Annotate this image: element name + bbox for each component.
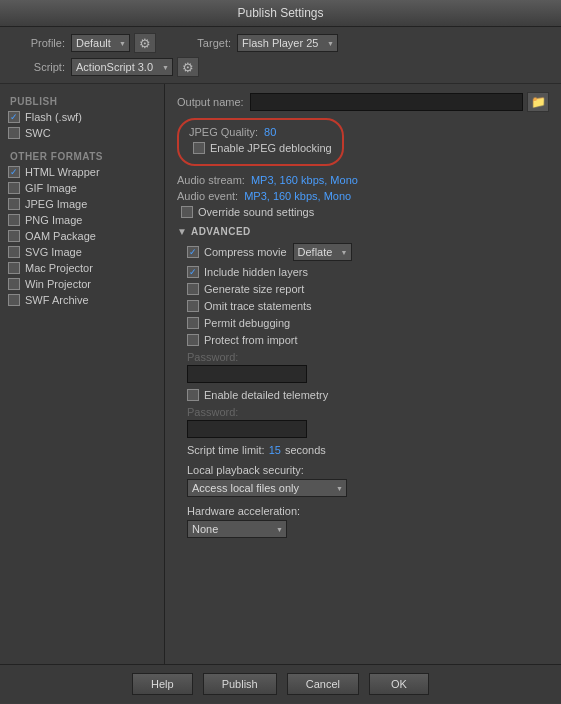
triangle-icon: ▼ [177,226,187,237]
enable-jpeg-label: Enable JPEG deblocking [210,142,332,154]
password-label-1: Password: [177,351,549,363]
jpeg-image-checkbox[interactable] [8,198,20,210]
advanced-section: ▼ ADVANCED Compress movie Deflate [177,226,549,538]
output-name-row: Output name: 📁 [177,92,549,112]
audio-stream-label: Audio stream: [177,174,245,186]
audio-event-value[interactable]: MP3, 160 kbps, Mono [244,190,351,202]
protect-import-row: Protect from import [177,334,549,346]
permit-debug-checkbox[interactable] [187,317,199,329]
profile-select[interactable]: Default [71,34,130,52]
oam-package-label: OAM Package [25,230,96,242]
win-projector-checkbox[interactable] [8,278,20,290]
gif-image-checkbox[interactable] [8,182,20,194]
sidebar-item-html-wrapper[interactable]: HTML Wrapper [0,164,164,180]
png-image-checkbox[interactable] [8,214,20,226]
override-sound-label: Override sound settings [198,206,314,218]
compress-movie-label: Compress movie [204,246,287,258]
jpeg-quality-label: JPEG Quality: [189,126,258,138]
local-playback-select-wrap[interactable]: Access local files only [187,479,347,497]
omit-trace-checkbox[interactable] [187,300,199,312]
oam-package-checkbox[interactable] [8,230,20,242]
protect-import-checkbox[interactable] [187,334,199,346]
audio-stream-row: Audio stream: MP3, 160 kbps, Mono [177,174,549,186]
script-dropdown-wrap[interactable]: ActionScript 3.0 [71,58,173,76]
permit-debug-label: Permit debugging [204,317,290,329]
sidebar-item-png-image[interactable]: PNG Image [0,212,164,228]
script-time-unit: seconds [285,444,326,456]
flash-swf-label: Flash (.swf) [25,111,82,123]
bottom-bar: Help Publish Cancel OK [0,664,561,703]
swc-checkbox[interactable] [8,127,20,139]
sidebar-item-svg-image[interactable]: SVG Image [0,244,164,260]
publish-button[interactable]: Publish [203,673,277,695]
other-formats-section-title: OTHER FORMATS [0,147,164,164]
enable-telemetry-label: Enable detailed telemetry [204,389,328,401]
hardware-label: Hardware acceleration: [187,505,549,517]
enable-telemetry-checkbox[interactable] [187,389,199,401]
win-projector-label: Win Projector [25,278,91,290]
target-label: Target: [176,37,231,49]
local-playback-select[interactable]: Access local files only [187,479,347,497]
main-panel: Output name: 📁 JPEG Quality: 80 Enable J… [165,84,561,664]
sidebar-item-win-projector[interactable]: Win Projector [0,276,164,292]
sidebar-item-flash-swf[interactable]: Flash (.swf) [0,109,164,125]
advanced-header: ▼ ADVANCED [177,226,549,237]
target-dropdown-wrap[interactable]: Flash Player 25 [237,34,338,52]
gear-button[interactable]: ⚙ [134,33,156,53]
publish-section-title: PUBLISH [0,92,164,109]
sidebar-item-gif-image[interactable]: GIF Image [0,180,164,196]
window-title: Publish Settings [237,6,323,20]
mac-projector-label: Mac Projector [25,262,93,274]
script-time-row: Script time limit: 15 seconds [177,444,549,456]
password-input-1[interactable] [187,365,307,383]
sidebar-item-oam-package[interactable]: OAM Package [0,228,164,244]
png-image-label: PNG Image [25,214,82,226]
cancel-button[interactable]: Cancel [287,673,359,695]
password-label-2: Password: [177,406,549,418]
omit-trace-label: Omit trace statements [204,300,312,312]
html-wrapper-checkbox[interactable] [8,166,20,178]
local-playback-label: Local playback security: [187,464,549,476]
folder-button[interactable]: 📁 [527,92,549,112]
hardware-select-wrap[interactable]: None [187,520,287,538]
swf-archive-checkbox[interactable] [8,294,20,306]
profile-dropdown-wrap[interactable]: Default [71,34,130,52]
profile-label: Profile: [10,37,65,49]
script-time-value[interactable]: 15 [269,444,281,456]
output-name-input[interactable] [250,93,523,111]
script-gear-button[interactable]: ⚙ [177,57,199,77]
permit-debug-row: Permit debugging [177,317,549,329]
enable-jpeg-row: Enable JPEG deblocking [189,142,332,154]
jpeg-image-label: JPEG Image [25,198,87,210]
help-button[interactable]: Help [132,673,193,695]
override-sound-checkbox[interactable] [181,206,193,218]
svg-image-checkbox[interactable] [8,246,20,258]
sidebar-item-swf-archive[interactable]: SWF Archive [0,292,164,308]
gif-image-label: GIF Image [25,182,77,194]
compress-movie-row: Compress movie Deflate [177,243,549,261]
enable-jpeg-checkbox[interactable] [193,142,205,154]
sidebar-item-swc[interactable]: SWC [0,125,164,141]
target-select[interactable]: Flash Player 25 [237,34,338,52]
override-sound-row: Override sound settings [181,206,549,218]
generate-size-checkbox[interactable] [187,283,199,295]
enable-telemetry-row: Enable detailed telemetry [177,389,549,401]
sidebar-item-jpeg-image[interactable]: JPEG Image [0,196,164,212]
jpeg-quality-value[interactable]: 80 [264,126,276,138]
include-hidden-label: Include hidden layers [204,266,308,278]
audio-stream-value[interactable]: MP3, 160 kbps, Mono [251,174,358,186]
sidebar-item-mac-projector[interactable]: Mac Projector [0,260,164,276]
ok-button[interactable]: OK [369,673,429,695]
protect-import-label: Protect from import [204,334,298,346]
compress-movie-checkbox[interactable] [187,246,199,258]
flash-swf-checkbox[interactable] [8,111,20,123]
include-hidden-checkbox[interactable] [187,266,199,278]
compress-movie-select-wrap[interactable]: Deflate [293,243,352,261]
mac-projector-checkbox[interactable] [8,262,20,274]
hardware-select[interactable]: None [187,520,287,538]
password-input-2[interactable] [187,420,307,438]
script-select[interactable]: ActionScript 3.0 [71,58,173,76]
jpeg-quality-row: JPEG Quality: 80 [189,126,332,138]
output-name-label: Output name: [177,96,244,108]
compress-movie-select[interactable]: Deflate [293,243,352,261]
